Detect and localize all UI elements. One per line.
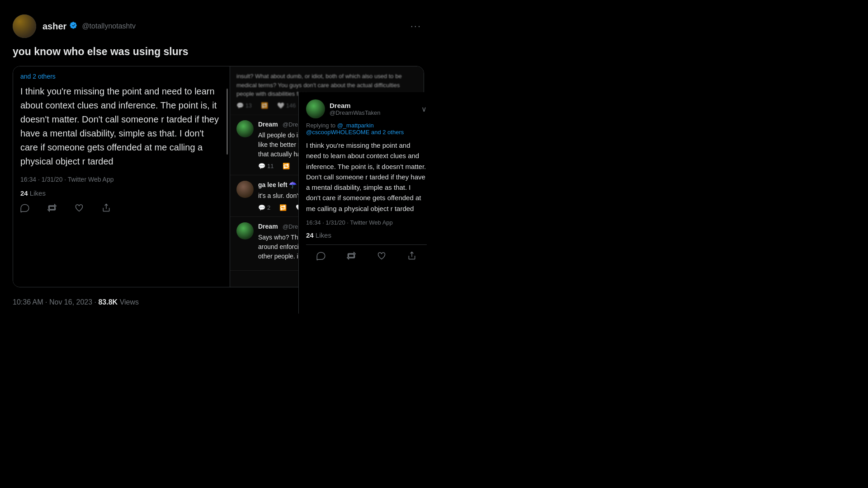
share-button[interactable] [102, 203, 111, 215]
retweet-button[interactable] [47, 203, 57, 215]
detail-likes: 24 Likes [306, 231, 427, 245]
detail-share-button[interactable] [407, 251, 416, 263]
reply-name-2: Dream [258, 223, 278, 230]
verified-badge [69, 21, 77, 32]
embed-left-panel: and 2 others I think you're missing the … [13, 66, 230, 287]
detail-reply-to: Replying to @_mattparkin @cscoopWHOLESOM… [306, 122, 427, 136]
tweet-timestamp: 10:36 AM · Nov 16, 2023 [13, 298, 92, 306]
reply-name-0: Dream [258, 121, 278, 128]
detail-panel: Dream @DreamWasTaken ∨ Replying to @_mat… [298, 92, 434, 314]
embed-actions [20, 203, 222, 215]
detail-meta: 16:34 · 1/31/20 · Twitter Web App [306, 219, 427, 226]
detail-collapse-icon[interactable]: ∨ [421, 105, 427, 113]
tweet-text: you know who else was using slurs [13, 44, 421, 59]
detail-text: I think you're missing the point and nee… [306, 140, 427, 214]
detail-like-button[interactable] [377, 251, 386, 263]
embed-meta: 16:34 · 1/31/20 · Twitter Web App [20, 176, 222, 183]
author-info: asher @totallynotashtv [42, 21, 136, 32]
embed-reply-info: and 2 others [20, 73, 222, 80]
detail-header: Dream @DreamWasTaken ∨ [306, 99, 427, 118]
detail-author-handle: @DreamWasTaken [330, 109, 380, 116]
reply-avatar-galee [236, 181, 254, 198]
author-handle: @totallynotashtv [82, 22, 136, 30]
detail-retweet-button[interactable] [347, 251, 356, 263]
more-options-button[interactable]: ··· [410, 20, 421, 32]
detail-actions [306, 251, 427, 263]
reply-button[interactable] [20, 203, 29, 215]
reply-avatar-dream-2 [236, 222, 254, 239]
reply-avatar-dream-0 [236, 120, 254, 137]
reply-retweet-0[interactable]: 🔁 [283, 163, 290, 169]
tweet-container: asher @totallynotashtv ··· you know who … [0, 0, 434, 314]
detail-author-info: Dream @DreamWasTaken [330, 102, 380, 116]
tweet-author: asher @totallynotashtv [13, 14, 136, 38]
reply-reply-1[interactable]: 💬 2 [258, 204, 270, 211]
avatar [13, 14, 36, 38]
author-name: asher [42, 21, 66, 32]
embed-likes: 24 Likes [20, 189, 222, 197]
tweet-header: asher @totallynotashtv ··· [13, 14, 421, 38]
embed-tweet-text: I think you're missing the point and nee… [20, 84, 222, 169]
reply-retweet-1[interactable]: 🔁 [279, 204, 287, 211]
tweet-views-count: 83.8K [98, 298, 118, 306]
detail-author-name: Dream [330, 102, 380, 109]
reply-reply-0[interactable]: 💬 11 [258, 163, 274, 169]
author-name-row: asher @totallynotashtv [42, 21, 136, 32]
like-button[interactable] [75, 203, 84, 215]
detail-avatar [306, 99, 325, 118]
tweet-views-label: Views [120, 298, 139, 306]
detail-reply-button[interactable] [316, 251, 326, 263]
